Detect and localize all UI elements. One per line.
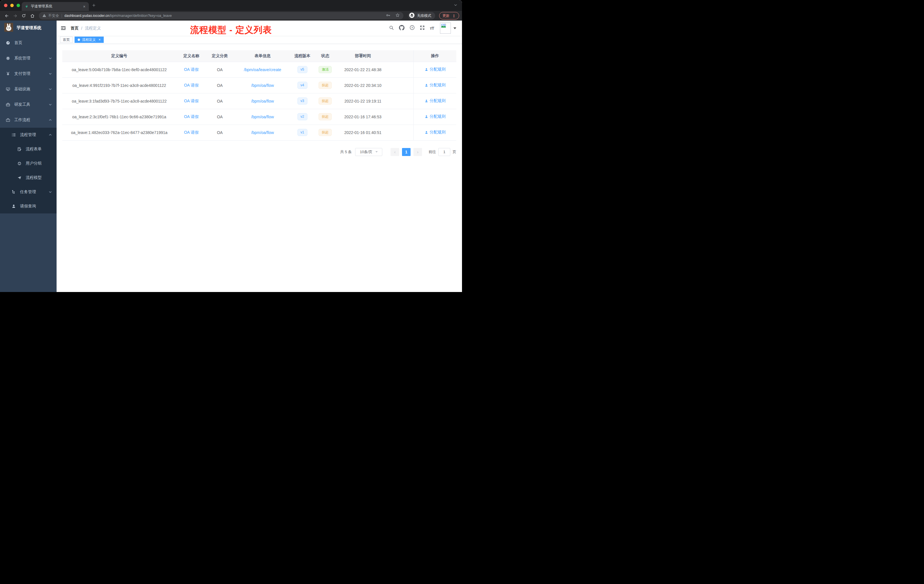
sidebar-item-devtools[interactable]: 研发工具 xyxy=(0,97,56,112)
sidebar-item-process-management[interactable]: 流程管理 xyxy=(0,128,56,142)
form-link[interactable]: /bpm/oa/flow xyxy=(251,83,274,88)
sidebar-item-leave-query[interactable]: 请假查询 xyxy=(0,199,56,213)
toolbox-icon xyxy=(6,102,10,107)
breadcrumb-home-link[interactable]: 首页 xyxy=(71,26,79,31)
key-icon[interactable] xyxy=(386,13,391,18)
cell-filler xyxy=(388,62,414,78)
update-label: 更新 xyxy=(442,13,450,18)
sidebar-menu: 首页 系统管理 支付管理 基础设施 xyxy=(0,35,56,213)
form-link[interactable]: /bpm/oa/flow xyxy=(251,130,274,135)
form-icon xyxy=(17,147,22,152)
sidebar-item-process-form[interactable]: 流程表单 xyxy=(0,142,56,156)
cell-definition-id: oa_leave:5:004b710b-7b8a-11ec-8ef0-acde4… xyxy=(62,62,176,78)
cell-category: OA xyxy=(206,62,233,78)
tag-label: 首页 xyxy=(63,38,70,42)
sidebar-logo: 芋道管理系统 xyxy=(0,21,56,35)
fontsize-icon[interactable]: тT xyxy=(430,26,434,31)
sidebar-item-label: 流程模型 xyxy=(26,175,42,180)
user-avatar-wrap[interactable] xyxy=(440,23,456,34)
sidebar-toggle-hamburger-icon[interactable] xyxy=(61,25,66,31)
tags-view-bar: 首页 流程定义 × xyxy=(56,36,462,44)
cell-definition-id: oa_leave:3:1fad3d93-7b75-11ec-a3c8-acde4… xyxy=(62,93,176,109)
form-link[interactable]: /bpm/oa/flow xyxy=(251,115,274,119)
sidebar-item-home[interactable]: 首页 xyxy=(0,35,56,51)
fullscreen-icon[interactable] xyxy=(420,25,425,31)
reload-button[interactable] xyxy=(20,12,27,20)
tag-home[interactable]: 首页 xyxy=(60,36,73,43)
window-zoom-button[interactable] xyxy=(16,4,20,7)
tag-process-definition[interactable]: 流程定义 × xyxy=(74,36,104,43)
definition-name-link[interactable]: OA 请假 xyxy=(184,83,198,87)
github-icon[interactable] xyxy=(399,25,404,32)
incognito-label: 无痕模式 xyxy=(417,13,431,18)
sidebar-item-process-model[interactable]: 流程模型 xyxy=(0,171,56,185)
cell-category: OA xyxy=(206,109,233,125)
browser-tab[interactable]: 芋道管理系统 × xyxy=(22,2,89,11)
tag-label: 流程定义 xyxy=(82,38,96,42)
col-status: 状态 xyxy=(313,50,338,62)
col-form-info: 表单信息 xyxy=(233,50,292,62)
pagination-total: 共 5 条 xyxy=(340,149,352,155)
tab-search-chevron-icon[interactable] xyxy=(454,3,457,8)
form-link[interactable]: /bpm/oa/leave/create xyxy=(244,68,281,72)
status-badge: 挂起 xyxy=(318,113,332,120)
url-host: dashboard.yudao.iocoder.cn xyxy=(64,14,109,18)
workflow-submenu: 流程管理 流程表单 用户分组 流程模型 xyxy=(0,128,56,213)
bookmark-star-icon[interactable] xyxy=(395,13,400,18)
browser-update-button[interactable]: 更新 ⋮ xyxy=(439,12,459,20)
prev-page-button[interactable]: ‹ xyxy=(391,148,399,156)
window-controls xyxy=(4,4,20,7)
assign-rule-link[interactable]: 分配规则 xyxy=(424,130,446,135)
cell-category: OA xyxy=(206,78,233,93)
sidebar-item-task-management[interactable]: 任务管理 xyxy=(0,185,56,199)
tab-close-icon[interactable]: × xyxy=(82,4,86,9)
window-close-button[interactable] xyxy=(4,4,7,7)
page-unit-label: 页 xyxy=(452,149,456,155)
version-badge: v2 xyxy=(297,113,307,120)
caret-down-icon[interactable] xyxy=(454,27,456,29)
definition-name-link[interactable]: OA 请假 xyxy=(184,114,198,119)
security-label[interactable]: 不安全 xyxy=(48,13,59,18)
sidebar-item-user-group[interactable]: 用户分组 xyxy=(0,156,56,171)
col-actions: 操作 xyxy=(414,50,456,62)
cell-definition-id: oa_leave:1:482ec033-762a-11ec-8477-a2380… xyxy=(62,125,176,140)
sidebar-item-workflow[interactable]: 工作流程 xyxy=(0,112,56,128)
definition-name-link[interactable]: OA 请假 xyxy=(184,99,198,103)
page-1-button[interactable]: 1 xyxy=(402,148,411,156)
assign-rule-link[interactable]: 分配规则 xyxy=(424,98,446,104)
home-button[interactable] xyxy=(28,12,36,20)
gear-icon xyxy=(6,56,10,61)
chevron-down-icon xyxy=(49,190,52,194)
definition-name-link[interactable]: OA 请假 xyxy=(184,67,198,72)
url-bar[interactable]: 不安全 dashboard.yudao.iocoder.cn/bpm/manag… xyxy=(39,12,403,20)
cell-definition-id: oa_leave:4:991f2193-7b7f-11ec-a3c8-acde4… xyxy=(62,78,176,93)
next-page-button[interactable]: › xyxy=(413,148,422,156)
tag-close-icon[interactable]: × xyxy=(99,38,101,42)
back-button[interactable] xyxy=(3,12,10,20)
sidebar-item-payment[interactable]: 支付管理 xyxy=(0,66,56,81)
cell-filler xyxy=(388,109,414,125)
form-link[interactable]: /bpm/oa/flow xyxy=(251,99,274,104)
assign-rule-link[interactable]: 分配规则 xyxy=(424,67,446,72)
warning-icon xyxy=(42,13,46,18)
new-tab-button[interactable] xyxy=(92,3,96,8)
url-path: /bpm/manager/definition?key=oa_leave xyxy=(109,14,172,18)
sidebar-item-label: 系统管理 xyxy=(14,56,30,61)
cell-filler xyxy=(388,93,414,109)
assign-rule-link[interactable]: 分配规则 xyxy=(424,82,446,88)
sidebar-item-infrastructure[interactable]: 基础设施 xyxy=(0,81,56,97)
search-icon[interactable] xyxy=(389,25,394,31)
assign-rule-link[interactable]: 分配规则 xyxy=(424,114,446,119)
goto-page-input[interactable] xyxy=(438,148,450,156)
help-icon[interactable]: ? xyxy=(409,25,415,31)
chevron-down-icon xyxy=(49,72,52,76)
forward-button[interactable] xyxy=(12,12,19,20)
window-minimize-button[interactable] xyxy=(10,4,14,7)
col-filler xyxy=(388,50,414,62)
browser-menu-icon[interactable]: ⋮ xyxy=(452,14,456,18)
col-definition-id: 定义编号 xyxy=(62,50,176,62)
avatar[interactable] xyxy=(440,23,451,34)
page-size-select[interactable]: 10条/页 xyxy=(355,148,382,156)
sidebar-item-system[interactable]: 系统管理 xyxy=(0,51,56,66)
definition-name-link[interactable]: OA 请假 xyxy=(184,130,198,135)
